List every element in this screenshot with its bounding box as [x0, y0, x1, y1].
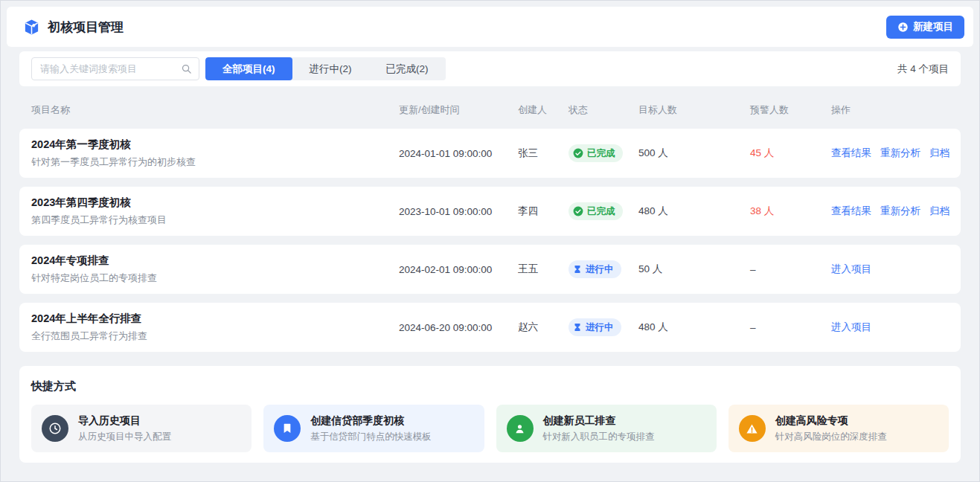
shortcut-texts: 导入历史项目 从历史项目中导入配置	[78, 414, 171, 443]
shortcut-title: 创建信贷部季度初核	[310, 414, 432, 428]
status-badge-label: 已完成	[587, 147, 615, 160]
project-creator: 王五	[518, 263, 569, 276]
cube-icon	[23, 19, 40, 36]
project-name-cell: 2024年第一季度初核 针对第一季度员工异常行为的初步核查	[31, 138, 399, 169]
status-badge: 已完成	[569, 202, 623, 220]
project-target: 480 人	[638, 321, 750, 334]
shortcut-import-history[interactable]: 导入历史项目 从历史项目中导入配置	[31, 405, 252, 452]
table-row: 2023年第四季度初核 第四季度员工异常行为核查项目 2023-10-01 09…	[19, 187, 961, 236]
shortcut-texts: 创建高风险专项 针对高风险岗位的深度排查	[775, 414, 887, 443]
shortcut-desc: 针对新入职员工的专项排查	[543, 431, 655, 443]
view-results-link[interactable]: 查看结果	[831, 147, 871, 160]
tab-group: 全部项目(4) 进行中(2) 已完成(2)	[205, 57, 446, 80]
project-status-cell: 已完成	[569, 144, 638, 162]
project-target: 480 人	[638, 205, 750, 218]
hourglass-icon	[573, 265, 582, 274]
column-header-creator: 创建人	[518, 103, 569, 117]
project-name-cell: 2024年专项排查 针对特定岗位员工的专项排查	[31, 254, 399, 285]
project-target: 500 人	[638, 147, 750, 160]
search-icon[interactable]	[181, 63, 192, 77]
search-input[interactable]	[31, 57, 199, 80]
project-warning: –	[750, 264, 831, 275]
project-title: 2024年上半年全行排查	[31, 312, 399, 326]
archive-link[interactable]: 归档	[929, 147, 949, 160]
table-row: 2024年专项排查 针对特定岗位员工的专项排查 2024-02-01 09:00…	[19, 245, 961, 294]
project-time: 2024-06-20 09:00:00	[399, 322, 518, 333]
new-project-button[interactable]: 新建项目	[886, 16, 964, 39]
project-warning: –	[750, 322, 831, 333]
column-header-target: 目标人数	[638, 103, 750, 117]
project-actions: 查看结果 重新分析 归档	[831, 147, 949, 160]
project-warning: 45 人	[750, 147, 831, 160]
shortcuts-section: 快捷方式 导入历史项目 从历史项目中导入配置 创建信贷部季度初核	[19, 366, 961, 463]
project-desc: 第四季度员工异常行为核查项目	[31, 213, 399, 227]
project-name-cell: 2023年第四季度初核 第四季度员工异常行为核查项目	[31, 196, 399, 227]
column-header-status: 状态	[569, 103, 638, 117]
reanalyze-link[interactable]: 重新分析	[880, 147, 920, 160]
page-title: 初核项目管理	[48, 19, 124, 36]
enter-project-link[interactable]: 进入项目	[831, 263, 871, 276]
user-icon	[507, 415, 534, 442]
tab-completed[interactable]: 已完成(2)	[369, 57, 446, 80]
clock-icon	[42, 415, 68, 442]
toolbar: 全部项目(4) 进行中(2) 已完成(2) 共 4 个项目	[19, 51, 961, 86]
shortcut-title: 创建高风险专项	[775, 414, 887, 428]
shortcut-new-employee-check[interactable]: 创建新员工排查 针对新入职员工的专项排查	[496, 405, 717, 452]
project-time: 2023-10-01 09:00:00	[399, 206, 518, 217]
project-desc: 针对特定岗位员工的专项排查	[31, 271, 399, 285]
project-creator: 李四	[518, 205, 569, 218]
project-actions: 进入项目	[831, 263, 949, 276]
shortcut-desc: 从历史项目中导入配置	[78, 431, 171, 443]
project-creator: 赵六	[518, 321, 569, 334]
search-wrap	[31, 57, 199, 80]
project-desc: 全行范围员工异常行为排查	[31, 330, 399, 343]
shortcut-texts: 创建新员工排查 针对新入职员工的专项排查	[543, 414, 655, 443]
check-circle-icon	[573, 206, 583, 216]
status-badge-label: 进行中	[586, 321, 614, 334]
table-row: 2024年第一季度初核 针对第一季度员工异常行为的初步核查 2024-01-01…	[19, 129, 961, 178]
shortcut-high-risk-special[interactable]: 创建高风险专项 针对高风险岗位的深度排查	[728, 405, 949, 452]
enter-project-link[interactable]: 进入项目	[831, 321, 871, 334]
shortcut-desc: 针对高风险岗位的深度排查	[775, 431, 887, 443]
project-status-cell: 进行中	[569, 260, 638, 278]
project-title: 2024年第一季度初核	[31, 138, 399, 152]
hourglass-icon	[573, 323, 582, 332]
shortcut-row: 导入历史项目 从历史项目中导入配置 创建信贷部季度初核 基于信贷部门特点的快速模…	[31, 405, 949, 452]
project-creator: 张三	[518, 147, 569, 160]
project-title: 2024年专项排查	[31, 254, 399, 268]
project-desc: 针对第一季度员工异常行为的初步核查	[31, 155, 399, 169]
total-count: 共 4 个项目	[897, 62, 949, 76]
status-badge-label: 进行中	[586, 263, 614, 276]
shortcut-title: 创建新员工排查	[543, 414, 655, 428]
new-project-button-label: 新建项目	[913, 20, 953, 33]
project-status-cell: 已完成	[569, 202, 638, 220]
project-status-cell: 进行中	[569, 318, 638, 336]
project-actions: 查看结果 重新分析 归档	[831, 205, 949, 218]
tab-in-progress[interactable]: 进行中(2)	[292, 57, 369, 80]
tab-all-projects[interactable]: 全部项目(4)	[205, 57, 292, 80]
plus-circle-icon	[897, 22, 909, 33]
status-badge-label: 已完成	[587, 205, 615, 218]
shortcut-title: 导入历史项目	[78, 414, 171, 428]
bookmark-icon	[274, 415, 301, 442]
shortcut-credit-dept-template[interactable]: 创建信贷部季度初核 基于信贷部门特点的快速模板	[263, 405, 484, 452]
shortcuts-title: 快捷方式	[31, 379, 949, 393]
status-badge: 进行中	[569, 318, 621, 336]
warning-triangle-icon	[739, 415, 766, 442]
project-warning: 38 人	[750, 205, 831, 218]
shortcut-desc: 基于信贷部门特点的快速模板	[310, 431, 432, 443]
shortcut-texts: 创建信贷部季度初核 基于信贷部门特点的快速模板	[310, 414, 432, 443]
project-actions: 进入项目	[831, 321, 949, 334]
reanalyze-link[interactable]: 重新分析	[880, 205, 920, 218]
table-header: 项目名称 更新/创建时间 创建人 状态 目标人数 预警人数 操作	[19, 86, 961, 129]
project-time: 2024-02-01 09:00:00	[399, 264, 518, 275]
column-header-warning: 预警人数	[750, 103, 831, 117]
header-bar: 初核项目管理 新建项目	[7, 7, 973, 47]
status-badge: 进行中	[569, 260, 621, 278]
check-circle-icon	[573, 148, 583, 158]
table-row: 2024年上半年全行排查 全行范围员工异常行为排查 2024-06-20 09:…	[19, 303, 961, 352]
header-left: 初核项目管理	[23, 19, 124, 36]
archive-link[interactable]: 归档	[929, 205, 949, 218]
column-header-actions: 操作	[831, 103, 949, 117]
view-results-link[interactable]: 查看结果	[831, 205, 871, 218]
